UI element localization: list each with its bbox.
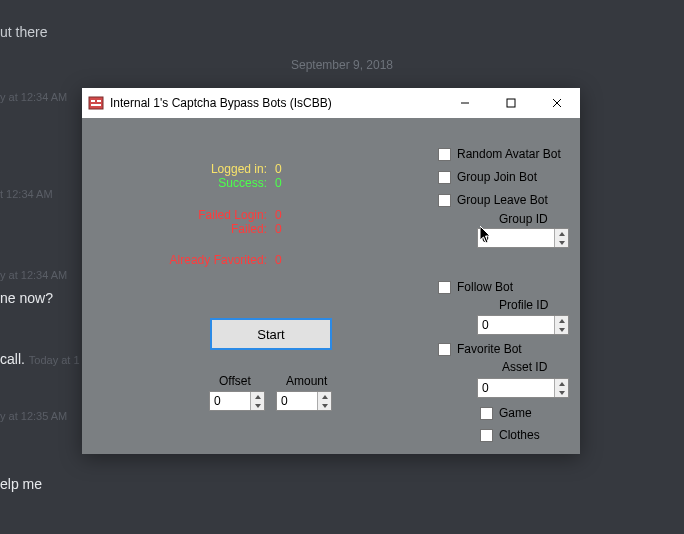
logged-in-value: 0 [275, 162, 295, 176]
group-id-label: Group ID [499, 212, 548, 226]
maximize-button[interactable] [488, 88, 534, 118]
already-favorited-label: Already Favorited: [162, 253, 267, 267]
chevron-down-icon[interactable] [318, 401, 331, 410]
asset-id-label: Asset ID [502, 360, 547, 374]
group-id-stepper[interactable]: 0 [477, 228, 569, 248]
amount-label: Amount [286, 374, 327, 388]
random-avatar-label: Random Avatar Bot [457, 147, 561, 161]
chevron-up-icon[interactable] [555, 379, 568, 388]
clothes-checkbox[interactable] [480, 429, 493, 442]
already-favorited-value: 0 [275, 253, 295, 267]
chevron-down-icon[interactable] [555, 238, 568, 247]
app-icon [88, 95, 104, 111]
svg-rect-2 [97, 100, 101, 102]
failed-login-value: 0 [275, 208, 295, 222]
success-value: 0 [275, 176, 295, 190]
chat-timestamp: y at 12:35 AM [0, 410, 67, 422]
failed-label: Failed: [197, 222, 267, 236]
start-button[interactable]: Start [210, 318, 332, 350]
success-label: Success: [197, 176, 267, 190]
chat-timestamp: y at 12:34 AM [0, 269, 67, 281]
failed-login-label: Failed Login: [187, 208, 267, 222]
svg-rect-5 [507, 99, 515, 107]
random-avatar-checkbox[interactable] [438, 148, 451, 161]
close-button[interactable] [534, 88, 580, 118]
chat-message: ne now? [0, 290, 53, 306]
chat-message: elp me [0, 476, 42, 492]
game-label: Game [499, 406, 532, 420]
chat-message: ut there [0, 24, 47, 40]
game-checkbox[interactable] [480, 407, 493, 420]
chevron-up-icon[interactable] [555, 229, 568, 238]
date-divider: September 9, 2018 [0, 58, 684, 72]
asset-id-stepper[interactable]: 0 [477, 378, 569, 398]
chat-message: call. Today at 1 [0, 351, 80, 367]
offset-stepper[interactable]: 0 [209, 391, 265, 411]
chat-timestamp: y at 12:34 AM [0, 91, 67, 103]
profile-id-stepper[interactable]: 0 [477, 315, 569, 335]
group-leave-checkbox[interactable] [438, 194, 451, 207]
group-join-label: Group Join Bot [457, 170, 537, 184]
chevron-up-icon[interactable] [555, 316, 568, 325]
favorite-bot-checkbox[interactable] [438, 343, 451, 356]
clothes-label: Clothes [499, 428, 540, 442]
follow-bot-label: Follow Bot [457, 280, 513, 294]
svg-rect-1 [91, 100, 95, 102]
app-window: Internal 1's Captcha Bypass Bots (IsCBB)… [82, 88, 580, 454]
chevron-down-icon[interactable] [251, 401, 264, 410]
group-join-checkbox[interactable] [438, 171, 451, 184]
chat-timestamp: t 12:34 AM [0, 188, 53, 200]
profile-id-label: Profile ID [499, 298, 548, 312]
offset-label: Offset [219, 374, 251, 388]
favorite-bot-label: Favorite Bot [457, 342, 522, 356]
window-title: Internal 1's Captcha Bypass Bots (IsCBB) [110, 96, 332, 110]
chevron-up-icon[interactable] [251, 392, 264, 401]
svg-rect-0 [89, 97, 103, 109]
chevron-up-icon[interactable] [318, 392, 331, 401]
group-leave-label: Group Leave Bot [457, 193, 548, 207]
logged-in-label: Logged in: [197, 162, 267, 176]
minimize-button[interactable] [442, 88, 488, 118]
chevron-down-icon[interactable] [555, 325, 568, 334]
svg-rect-3 [91, 104, 101, 106]
amount-stepper[interactable]: 0 [276, 391, 332, 411]
window-client-area: Logged in: 0 Success: 0 Failed Login: 0 … [82, 118, 580, 454]
follow-bot-checkbox[interactable] [438, 281, 451, 294]
chevron-down-icon[interactable] [555, 388, 568, 397]
failed-value: 0 [275, 222, 295, 236]
titlebar[interactable]: Internal 1's Captcha Bypass Bots (IsCBB) [82, 88, 580, 118]
